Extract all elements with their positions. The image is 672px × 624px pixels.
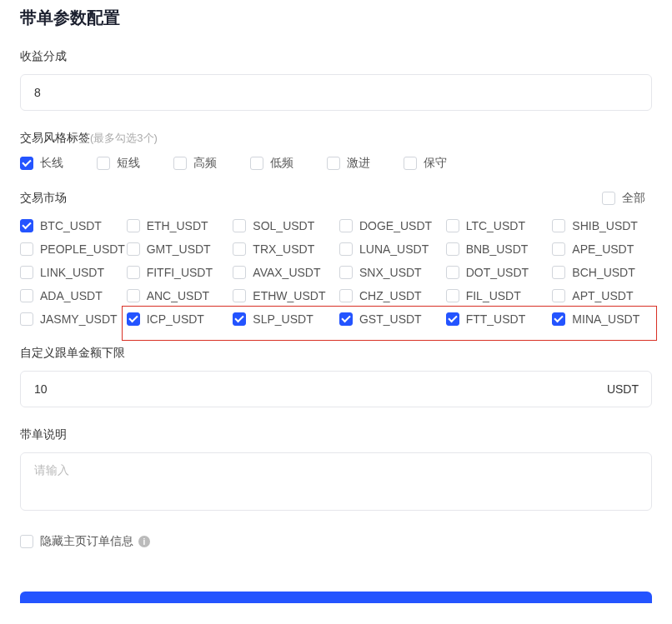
checkbox-icon — [127, 266, 140, 279]
market-item-label: FTT_USDT — [466, 312, 526, 326]
market-FTT_USDT[interactable]: FTT_USDT — [446, 312, 546, 326]
checkbox-icon — [233, 266, 246, 279]
market-DOGE_USDT[interactable]: DOGE_USDT — [339, 219, 439, 232]
market-PEOPLE_USDT[interactable]: PEOPLE_USDT — [20, 242, 120, 256]
market-SLP_USDT[interactable]: SLP_USDT — [233, 312, 333, 326]
checkbox-icon — [552, 312, 565, 326]
checkbox-icon — [127, 312, 140, 326]
style-tag-保守[interactable]: 保守 — [404, 156, 454, 171]
checkbox-icon — [446, 219, 459, 232]
style-tags-hint: (最多勾选3个) — [90, 131, 158, 146]
style-tag-label: 高频 — [193, 156, 217, 171]
market-all-checkbox[interactable]: 全部 — [602, 191, 652, 206]
market-JASMY_USDT[interactable]: JASMY_USDT — [20, 312, 120, 326]
market-item-label: BCH_USDT — [572, 266, 634, 279]
market-ANC_USDT[interactable]: ANC_USDT — [127, 289, 227, 302]
market-item-label: SLP_USDT — [253, 312, 313, 326]
min-follow-suffix: USDT — [607, 382, 639, 396]
market-APE_USDT[interactable]: APE_USDT — [552, 242, 652, 256]
market-item-label: TRX_USDT — [253, 242, 314, 256]
hide-order-checkbox[interactable]: 隐藏主页订单信息 i — [20, 534, 150, 549]
style-tag-激进[interactable]: 激进 — [327, 156, 377, 171]
checkbox-icon — [446, 289, 459, 302]
checkbox-icon — [20, 157, 33, 170]
style-tag-高频[interactable]: 高频 — [173, 156, 223, 171]
market-item-label: ICP_USDT — [147, 312, 204, 326]
market-BCH_USDT[interactable]: BCH_USDT — [552, 266, 652, 279]
market-GMT_USDT[interactable]: GMT_USDT — [127, 242, 227, 256]
market-SNX_USDT[interactable]: SNX_USDT — [339, 266, 439, 279]
market-item-label: APE_USDT — [572, 242, 634, 256]
market-AVAX_USDT[interactable]: AVAX_USDT — [233, 266, 333, 279]
profit-share-input[interactable] — [20, 74, 652, 111]
market-item-label: ANC_USDT — [147, 289, 209, 302]
page-title: 带单参数配置 — [20, 0, 652, 49]
market-item-label: ADA_USDT — [40, 289, 103, 302]
market-item-label: SOL_USDT — [253, 219, 314, 232]
market-item-label: LINK_USDT — [40, 266, 104, 279]
description-field: 带单说明 — [20, 427, 652, 514]
market-DOT_USDT[interactable]: DOT_USDT — [446, 266, 546, 279]
checkbox-icon — [20, 535, 33, 548]
checkbox-icon — [404, 157, 417, 170]
checkbox-icon — [173, 157, 187, 170]
market-ICP_USDT[interactable]: ICP_USDT — [127, 312, 227, 326]
checkbox-icon — [339, 242, 353, 256]
market-item-label: CHZ_USDT — [359, 289, 422, 302]
market-item-label: FITFI_USDT — [147, 266, 213, 279]
market-SHIB_USDT[interactable]: SHIB_USDT — [552, 219, 652, 232]
style-tag-低频[interactable]: 低频 — [250, 156, 300, 171]
market-item-label: ETHW_USDT — [253, 289, 325, 302]
min-follow-input[interactable] — [20, 371, 652, 407]
market-item-label: LTC_USDT — [466, 219, 525, 232]
market-BNB_USDT[interactable]: BNB_USDT — [446, 242, 546, 256]
checkbox-icon — [127, 242, 140, 256]
market-CHZ_USDT[interactable]: CHZ_USDT — [339, 289, 439, 302]
submit-button[interactable] — [20, 592, 652, 603]
info-icon: i — [138, 536, 150, 547]
description-textarea[interactable] — [20, 452, 652, 511]
checkbox-icon — [20, 266, 33, 279]
market-item-label: GMT_USDT — [147, 242, 211, 256]
checkbox-icon — [339, 289, 353, 302]
checkbox-icon — [552, 289, 565, 302]
market-SOL_USDT[interactable]: SOL_USDT — [233, 219, 333, 232]
checkbox-icon — [250, 157, 263, 170]
style-tag-长线[interactable]: 长线 — [20, 156, 70, 171]
market-BTC_USDT[interactable]: BTC_USDT — [20, 219, 120, 232]
style-tag-短线[interactable]: 短线 — [97, 156, 147, 171]
min-follow-label: 自定义跟单金额下限 — [20, 346, 652, 361]
style-tag-label: 激进 — [347, 156, 370, 171]
market-item-label: ETH_USDT — [147, 219, 208, 232]
checkbox-icon — [233, 219, 246, 232]
checkbox-icon — [127, 219, 140, 232]
market-APT_USDT[interactable]: APT_USDT — [552, 289, 652, 302]
market-LINK_USDT[interactable]: LINK_USDT — [20, 266, 120, 279]
market-FITFI_USDT[interactable]: FITFI_USDT — [127, 266, 227, 279]
checkbox-icon — [233, 289, 246, 302]
market-GST_USDT[interactable]: GST_USDT — [339, 312, 439, 326]
market-MINA_USDT[interactable]: MINA_USDT — [552, 312, 652, 326]
market-LUNA_USDT[interactable]: LUNA_USDT — [339, 242, 439, 256]
market-LTC_USDT[interactable]: LTC_USDT — [446, 219, 546, 232]
checkbox-icon — [339, 266, 353, 279]
market-item-label: SNX_USDT — [359, 266, 422, 279]
hide-order-field: 隐藏主页订单信息 i — [20, 534, 652, 552]
style-tags-label: 交易风格标签 — [20, 131, 90, 146]
market-ADA_USDT[interactable]: ADA_USDT — [20, 289, 120, 302]
market-item-label: BTC_USDT — [40, 219, 102, 232]
hide-order-label: 隐藏主页订单信息 — [40, 534, 133, 549]
style-tag-label: 长线 — [40, 156, 63, 171]
checkbox-icon — [127, 289, 140, 302]
style-tag-label: 保守 — [424, 156, 447, 171]
market-item-label: DOGE_USDT — [359, 219, 432, 232]
market-item-label: DOT_USDT — [466, 266, 529, 279]
market-ETH_USDT[interactable]: ETH_USDT — [127, 219, 227, 232]
checkbox-icon — [97, 157, 110, 170]
market-FIL_USDT[interactable]: FIL_USDT — [446, 289, 546, 302]
market-ETHW_USDT[interactable]: ETHW_USDT — [233, 289, 333, 302]
market-item-label: APT_USDT — [572, 289, 633, 302]
market-TRX_USDT[interactable]: TRX_USDT — [233, 242, 333, 256]
checkbox-icon — [233, 312, 246, 326]
checkbox-icon — [446, 312, 459, 326]
